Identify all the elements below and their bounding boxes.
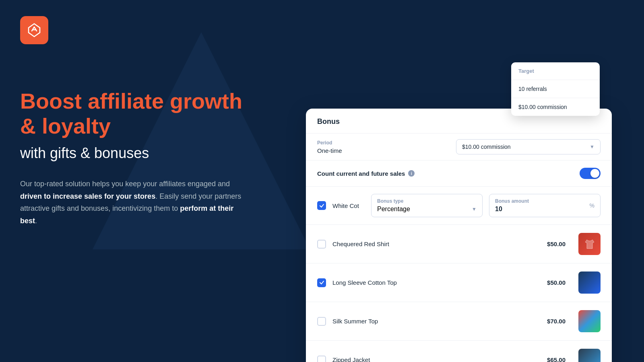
bonus-card: Bonus Period One-time $10.00 commission … [306, 109, 612, 362]
product-row: Long Sleeve Cotton Top $50.00 [306, 263, 612, 302]
product-name-chequered-shirt: Chequered Red Shirt [332, 241, 389, 247]
checkmark-icon [319, 280, 324, 285]
desc-end: . [35, 217, 37, 225]
product-image-long-sleeve [578, 272, 601, 294]
checkmark-icon [319, 203, 324, 208]
toggle-row: Count current and future sales i [306, 160, 612, 187]
subheadline: with gifts & bonuses [20, 145, 262, 162]
product-price-chequered-shirt: $50.00 [547, 241, 566, 247]
product-name-silk-top: Silk Summer Top [332, 318, 378, 325]
period-row: Period One-time $10.00 commission ▼ [306, 134, 612, 160]
toggle-label-text: Count current and future sales [317, 170, 405, 177]
bonus-title: Bonus [317, 117, 601, 126]
commission-dropdown[interactable]: $10.00 commission ▼ [456, 139, 601, 154]
checkbox-silk-top[interactable] [317, 317, 326, 326]
percent-icon: % [590, 202, 594, 209]
bonus-amount-container: Bonus amount 10 [495, 198, 590, 213]
checkbox-long-sleeve[interactable] [317, 278, 326, 287]
left-content: Boost affiliate growth & loyalty with gi… [20, 88, 262, 227]
product-image-silk-top [578, 310, 601, 332]
checkbox-zipped-jacket[interactable] [317, 356, 326, 362]
dropdown-popup-header: Target [511, 62, 600, 80]
product-name-white-cot: White Cot [332, 202, 365, 209]
period-value: One-time [317, 147, 450, 154]
period-label: Period [317, 140, 450, 146]
product-image-blue-bg [578, 272, 601, 294]
toggle-label-container: Count current and future sales i [317, 170, 415, 177]
bonus-type-value: Percentage [377, 206, 410, 213]
product-image-colorful-bg [578, 310, 601, 332]
logo-icon [26, 22, 42, 38]
chevron-down-icon: ▼ [590, 144, 594, 150]
bonus-type-field[interactable]: Bonus type Percentage ▼ [371, 194, 483, 217]
bonus-type-select: Percentage ▼ [377, 206, 477, 213]
period-field: Period One-time [317, 140, 450, 154]
product-row: Silk Summer Top $70.00 [306, 302, 612, 341]
logo [20, 16, 48, 44]
info-icon: i [408, 170, 415, 177]
desc-text-1: Our top-rated solution helps you keep yo… [20, 180, 230, 188]
product-price-silk-top: $70.00 [547, 318, 566, 325]
product-row-bonus: White Cot Bonus type Percentage ▼ Bonus … [306, 187, 612, 225]
dropdown-popup: Target 10 referrals $10.00 commission [511, 62, 600, 116]
bonus-amount-value: 10 [495, 206, 590, 213]
bonus-type-label: Bonus type [377, 198, 477, 204]
bonus-type-chevron-icon: ▼ [472, 206, 477, 212]
product-row: Chequered Red Shirt $50.00 [306, 225, 612, 263]
toggle-switch[interactable] [580, 168, 601, 179]
headline: Boost affiliate growth & loyalty [20, 88, 262, 138]
checkbox-chequered-shirt[interactable] [317, 240, 326, 249]
product-price-zipped-jacket: $65.00 [547, 356, 566, 362]
product-row: Zipped Jacket $65.00 [306, 341, 612, 362]
product-name-long-sleeve: Long Sleeve Cotton Top [332, 279, 397, 286]
commission-value: $10.00 commission [462, 144, 511, 150]
product-price-long-sleeve: $50.00 [547, 279, 566, 286]
description: Our top-rated solution helps you keep yo… [20, 178, 246, 227]
product-image-jacket-bg [578, 349, 601, 362]
bonus-amount-field[interactable]: Bonus amount 10 % [489, 194, 601, 217]
dropdown-item-commission[interactable]: $10.00 commission [511, 98, 600, 116]
product-image-red-bg [578, 233, 601, 255]
shirt-icon [584, 238, 596, 250]
product-image-zipped-jacket [578, 349, 601, 362]
desc-bold-1: driven to increase sales for your stores [20, 192, 155, 200]
bonus-amount-label: Bonus amount [495, 198, 590, 204]
dropdown-item-referrals[interactable]: 10 referrals [511, 80, 600, 98]
product-name-zipped-jacket: Zipped Jacket [332, 356, 370, 362]
checkbox-white-cot[interactable] [317, 201, 326, 210]
product-image-chequered-shirt [578, 233, 601, 255]
